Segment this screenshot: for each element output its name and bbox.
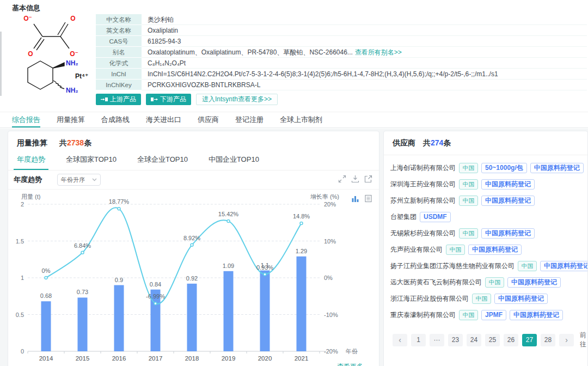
svg-text:2021: 2021 [295, 355, 309, 362]
info-label: InChI [96, 69, 142, 80]
info-label: InChIKey [96, 80, 142, 90]
supplier-tag: 中国 [446, 245, 465, 255]
main-tab-0[interactable]: 综合报告 [12, 112, 40, 127]
supplier-name[interactable]: 远大医药黄石飞云制药有限公司 [390, 278, 482, 287]
main-tab-2[interactable]: 合成路线 [101, 112, 130, 127]
svg-text:-10%: -10% [324, 312, 338, 318]
info-label: CAS号 [96, 36, 142, 47]
svg-text:10%: 10% [324, 238, 336, 245]
svg-text:0%: 0% [324, 274, 333, 281]
line-point-2021 [300, 222, 303, 225]
year-sort-select[interactable]: 年份升序 [57, 174, 101, 186]
bar-2014 [41, 301, 51, 351]
line-point-2017 [154, 302, 157, 305]
main-tab-bar: 综合报告用量推算合成路线海关进出口供应商登记注册全球上市制剂 [0, 112, 588, 128]
supplier-tag: 中国原料药登记 [507, 277, 561, 288]
external-link-icon[interactable] [364, 175, 372, 183]
supplier-name[interactable]: 无锡紫杉药业有限公司 [390, 229, 456, 238]
view-all-aliases-link[interactable]: 查看所有别名>> [355, 48, 402, 56]
page-button-25[interactable]: 25 [485, 334, 500, 346]
supplier-tag: USDMF [420, 212, 451, 222]
supplier-row-4: 无锡紫杉药业有限公司中国中国原料药登记 [384, 225, 587, 241]
main-tab-1[interactable]: 用量推算 [57, 112, 85, 127]
supplier-row-2: 苏州立新制药有限公司中国中国原料药登记 [384, 192, 587, 209]
download-icon[interactable] [351, 175, 359, 183]
supplier-tag: 中国原料药登记 [481, 228, 535, 239]
supplier-name[interactable]: 浙江海正药业股份有限公司 [390, 294, 469, 303]
svg-text:年份: 年份 [345, 348, 358, 355]
svg-text:6.84%: 6.84% [74, 242, 91, 249]
main-tab-3[interactable]: 海关进出口 [146, 112, 181, 127]
info-value: Oxaliplatin [142, 25, 587, 36]
main-tab-4[interactable]: 供应商 [198, 112, 219, 127]
chart-more-link[interactable]: 查看更多 [337, 362, 363, 366]
upstream-products-button[interactable]: 上游产品 [96, 94, 141, 105]
intsynth-more-button[interactable]: 进入Intsynth查看更多>> [196, 94, 278, 105]
supplier-name[interactable]: 深圳海王药业有限公司 [390, 180, 456, 189]
suppliers-header: 供应商共274条 [384, 131, 587, 148]
svg-text:增长率 (%): 增长率 (%) [310, 193, 339, 200]
supplier-row-5: 先声药业有限公司中国中国原料药登记 [384, 241, 587, 258]
usage-panel-title: 用量推算 [17, 138, 47, 147]
svg-text:1.5: 1.5 [16, 238, 24, 245]
usage-subtab-0[interactable]: 年度趋势 [14, 155, 48, 170]
main-tab-6[interactable]: 全球上市制剂 [280, 112, 322, 127]
supplier-name[interactable]: 台塑集团 [390, 212, 416, 222]
info-row-1: 英文名称Oxaliplatin [96, 25, 587, 36]
usage-subtab-2[interactable]: 全球企业TOP10 [134, 155, 191, 170]
page-button-26[interactable]: 26 [504, 334, 518, 346]
svg-text:2020: 2020 [258, 355, 272, 362]
line-point-2020 [264, 273, 266, 276]
bar-2021 [297, 257, 307, 351]
svg-text:0.73: 0.73 [77, 289, 88, 295]
arrow-out-of-box-icon [151, 97, 158, 102]
page-button-23[interactable]: 23 [448, 334, 463, 346]
sort-select-value: 年份升序 [61, 176, 85, 184]
supplier-tag: 中国原料药登记 [540, 261, 587, 271]
svg-text:20%: 20% [324, 201, 336, 208]
supplier-row-3: 台塑集团USDMF [384, 209, 587, 225]
fullscreen-icon[interactable] [338, 175, 346, 183]
page-button-1[interactable]: 1 [411, 334, 426, 346]
left-edge-scrollbar[interactable] [0, 32, 2, 96]
bar-2016 [114, 285, 124, 352]
page-next-button[interactable]: › [559, 334, 574, 346]
usage-subtab-3[interactable]: 中国企业TOP10 [205, 155, 262, 170]
usage-estimation-panel: 用量推算共2738条 年度趋势全球国家TOP10全球企业TOP10中国企业TOP… [8, 131, 379, 366]
usage-panel-header: 用量推算共2738条 [8, 131, 379, 148]
supplier-name[interactable]: 重庆泰濠制药有限公司 [390, 310, 456, 320]
supplier-row-7: 远大医药黄石飞云制药有限公司中国中国原料药登记 [384, 274, 587, 290]
oxalate-o-minus-label2: O⁻ [70, 50, 78, 58]
page-ellipsis[interactable]: ··· [430, 334, 444, 346]
supplier-name[interactable]: 苏州立新制药有限公司 [390, 196, 456, 205]
line-point-2015 [81, 251, 84, 254]
page-button-27[interactable]: 27 [522, 334, 537, 346]
info-row-4: 化学式C₈H₁₄N₂O₄Pt [96, 58, 587, 69]
page-prev-button[interactable]: ‹ [393, 334, 407, 346]
info-row-3: 别名Oxalatoplatinum、Oxaliplatinum、PR-54780… [96, 47, 587, 58]
supplier-tag: 中国 [459, 179, 478, 190]
usage-trend-chart-svg: 21.510.5020%10%0%-10%-20%用量 (t)增长率 (%)20… [8, 192, 379, 366]
svg-text:0.92: 0.92 [186, 275, 198, 282]
supplier-tag: 中国原料药登记 [468, 245, 522, 255]
page-button-28[interactable]: 28 [541, 334, 555, 346]
usage-subtab-1[interactable]: 全球国家TOP10 [63, 155, 120, 170]
downstream-products-button[interactable]: 下游产品 [146, 94, 191, 105]
supplier-name[interactable]: 先声药业有限公司 [390, 245, 443, 254]
info-label: 英文名称 [96, 25, 142, 36]
svg-text:2014: 2014 [39, 355, 53, 362]
supplier-tag: 中国 [472, 294, 491, 304]
info-row-2: CAS号61825-94-3 [96, 36, 587, 47]
info-row-5: InChIInChI=1S/C6H14N2.C2H2O4.Pt/c7-5-3-1… [96, 69, 587, 80]
oxalate-o-label2: O [70, 15, 75, 22]
svg-text:2015: 2015 [76, 355, 90, 362]
page-button-24[interactable]: 24 [467, 334, 481, 346]
svg-text:-20%: -20% [324, 348, 338, 355]
supplier-tag: JPMF [481, 310, 506, 320]
supplier-record-count: 274 [431, 138, 443, 147]
supplier-name[interactable]: 上海创诺制药有限公司 [390, 163, 456, 173]
supplier-name[interactable]: 扬子江药业集团江苏海慈生物药业有限公司 [390, 261, 514, 271]
usage-trend-chart: 21.510.5020%10%0%-10%-20%用量 (t)增长率 (%)20… [8, 192, 379, 366]
pagination: ‹1···232425262728›前往页 [384, 323, 587, 349]
main-tab-5[interactable]: 登记注册 [235, 112, 264, 127]
